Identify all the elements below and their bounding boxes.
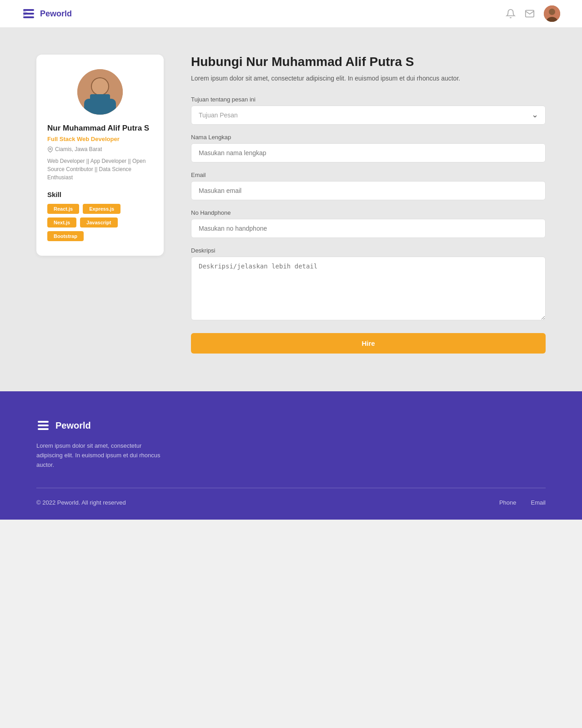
email-input[interactable] — [191, 181, 546, 200]
name-label: Nama Lengkap — [191, 134, 546, 141]
location-text: Ciamis, Jawa Barat — [55, 146, 102, 152]
footer: Peworld Lorem ipsum dolor sit amet, cons… — [0, 391, 582, 520]
svg-rect-13 — [38, 421, 49, 423]
user-avatar[interactable] — [544, 5, 560, 22]
purpose-select-wrapper: Tujuan Pesan — [191, 106, 546, 125]
skill-badge: Bootstrap — [47, 231, 84, 241]
purpose-select[interactable]: Tujuan Pesan — [191, 106, 546, 125]
profile-location: Ciamis, Jawa Barat — [47, 146, 153, 152]
name-group: Nama Lengkap — [191, 134, 546, 162]
footer-divider — [36, 488, 546, 488]
message-icon[interactable] — [525, 9, 535, 19]
profile-role: Full Stack Web Developer — [47, 136, 153, 142]
purpose-group: Tujuan tentang pesan ini Tujuan Pesan — [191, 96, 546, 125]
svg-rect-15 — [38, 428, 49, 430]
footer-brand: Peworld — [36, 419, 546, 432]
skill-title: Skill — [47, 191, 153, 198]
footer-brand-name: Peworld — [55, 420, 91, 431]
avatar-image — [77, 69, 123, 115]
profile-description: Web Developer || App Developer || Open S… — [47, 157, 153, 182]
hire-form: Hubungi Nur Muhammad Alif Putra S Lorem … — [191, 55, 546, 354]
footer-link[interactable]: Phone — [499, 499, 517, 506]
hire-title: Hubungi Nur Muhammad Alif Putra S — [191, 55, 546, 69]
skill-badge: React.js — [47, 204, 79, 214]
phone-group: No Handphone — [191, 209, 546, 238]
email-label: Email — [191, 172, 546, 178]
main-content: Nur Muhammad Alif Putra S Full Stack Web… — [0, 27, 582, 391]
phone-label: No Handphone — [191, 209, 546, 216]
profile-name: Nur Muhammad Alif Putra S — [47, 124, 153, 133]
avatar-image — [544, 5, 560, 22]
footer-links: PhoneEmail — [499, 499, 546, 506]
svg-rect-0 — [23, 9, 34, 11]
svg-point-10 — [92, 78, 108, 95]
skill-badge: Javascript — [80, 217, 117, 228]
profile-photo — [77, 69, 123, 115]
footer-description: Lorem ipsum dolor sit amet, consectetur … — [36, 441, 164, 470]
svg-rect-11 — [90, 94, 110, 101]
brand-name: Peworld — [40, 9, 72, 19]
name-input[interactable] — [191, 143, 546, 162]
email-group: Email — [191, 172, 546, 200]
profile-card: Nur Muhammad Alif Putra S Full Stack Web… — [36, 55, 164, 256]
profile-avatar — [47, 69, 153, 115]
svg-point-5 — [549, 9, 555, 15]
notification-icon[interactable] — [506, 9, 516, 19]
svg-point-12 — [50, 148, 51, 149]
svg-marker-3 — [23, 10, 29, 16]
footer-link[interactable]: Email — [531, 499, 546, 506]
phone-input[interactable] — [191, 219, 546, 238]
skill-badge: Express.js — [83, 204, 120, 214]
description-label: Deskripsi — [191, 247, 546, 254]
hire-subtitle: Lorem ipsum dolor sit amet, consectetur … — [191, 74, 546, 83]
footer-copyright: © 2022 Peworld. All right reserved — [36, 499, 126, 506]
brand-logo[interactable]: Peworld — [22, 7, 72, 20]
svg-rect-14 — [38, 425, 49, 426]
skill-badge: Next.js — [47, 217, 76, 228]
skill-badges: React.jsExpress.jsNext.jsJavascriptBoots… — [47, 204, 153, 241]
nav-icons — [506, 5, 560, 22]
svg-rect-2 — [23, 16, 34, 18]
hire-button[interactable]: Hire — [191, 333, 546, 354]
footer-bottom: © 2022 Peworld. All right reserved Phone… — [36, 499, 546, 506]
navbar: Peworld — [0, 0, 582, 27]
description-textarea[interactable] — [191, 257, 546, 320]
purpose-label: Tujuan tentang pesan ini — [191, 96, 546, 103]
svg-rect-9 — [84, 99, 116, 115]
peworld-logo-icon — [22, 7, 35, 20]
description-group: Deskripsi — [191, 247, 546, 322]
location-icon — [47, 147, 53, 152]
footer-logo-icon — [36, 419, 50, 432]
